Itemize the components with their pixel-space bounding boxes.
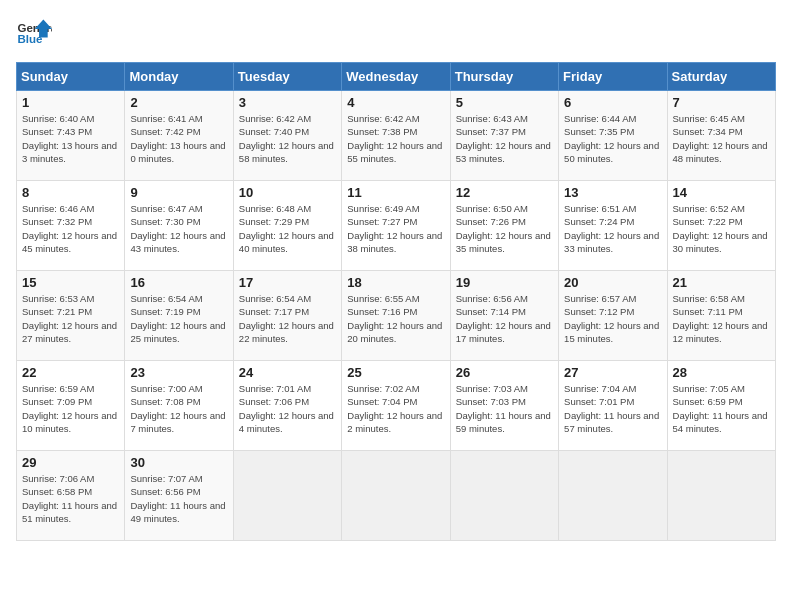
day-number: 3 (239, 95, 336, 110)
calendar-cell: 13 Sunrise: 6:51 AM Sunset: 7:24 PM Dayl… (559, 181, 667, 271)
day-info: Sunrise: 7:04 AM Sunset: 7:01 PM Dayligh… (564, 382, 661, 435)
calendar-cell (342, 451, 450, 541)
day-info: Sunrise: 6:42 AM Sunset: 7:40 PM Dayligh… (239, 112, 336, 165)
calendar-week-3: 15 Sunrise: 6:53 AM Sunset: 7:21 PM Dayl… (17, 271, 776, 361)
calendar-cell: 7 Sunrise: 6:45 AM Sunset: 7:34 PM Dayli… (667, 91, 775, 181)
day-number: 28 (673, 365, 770, 380)
day-info: Sunrise: 6:55 AM Sunset: 7:16 PM Dayligh… (347, 292, 444, 345)
col-header-wednesday: Wednesday (342, 63, 450, 91)
day-number: 5 (456, 95, 553, 110)
day-number: 14 (673, 185, 770, 200)
page-header: General Blue (16, 16, 776, 52)
calendar-cell (450, 451, 558, 541)
calendar-cell: 25 Sunrise: 7:02 AM Sunset: 7:04 PM Dayl… (342, 361, 450, 451)
calendar-cell: 16 Sunrise: 6:54 AM Sunset: 7:19 PM Dayl… (125, 271, 233, 361)
calendar-cell: 23 Sunrise: 7:00 AM Sunset: 7:08 PM Dayl… (125, 361, 233, 451)
calendar-cell: 27 Sunrise: 7:04 AM Sunset: 7:01 PM Dayl… (559, 361, 667, 451)
day-number: 13 (564, 185, 661, 200)
day-number: 11 (347, 185, 444, 200)
calendar-week-4: 22 Sunrise: 6:59 AM Sunset: 7:09 PM Dayl… (17, 361, 776, 451)
day-number: 24 (239, 365, 336, 380)
day-info: Sunrise: 6:47 AM Sunset: 7:30 PM Dayligh… (130, 202, 227, 255)
logo-icon: General Blue (16, 16, 52, 52)
calendar-cell: 29 Sunrise: 7:06 AM Sunset: 6:58 PM Dayl… (17, 451, 125, 541)
calendar-week-5: 29 Sunrise: 7:06 AM Sunset: 6:58 PM Dayl… (17, 451, 776, 541)
calendar-cell: 21 Sunrise: 6:58 AM Sunset: 7:11 PM Dayl… (667, 271, 775, 361)
day-info: Sunrise: 6:58 AM Sunset: 7:11 PM Dayligh… (673, 292, 770, 345)
day-number: 20 (564, 275, 661, 290)
day-number: 30 (130, 455, 227, 470)
day-info: Sunrise: 7:02 AM Sunset: 7:04 PM Dayligh… (347, 382, 444, 435)
calendar-table: SundayMondayTuesdayWednesdayThursdayFrid… (16, 62, 776, 541)
calendar-cell (667, 451, 775, 541)
calendar-cell: 11 Sunrise: 6:49 AM Sunset: 7:27 PM Dayl… (342, 181, 450, 271)
day-info: Sunrise: 6:54 AM Sunset: 7:17 PM Dayligh… (239, 292, 336, 345)
calendar-cell: 20 Sunrise: 6:57 AM Sunset: 7:12 PM Dayl… (559, 271, 667, 361)
calendar-cell (559, 451, 667, 541)
calendar-cell: 19 Sunrise: 6:56 AM Sunset: 7:14 PM Dayl… (450, 271, 558, 361)
day-number: 21 (673, 275, 770, 290)
calendar-cell (233, 451, 341, 541)
calendar-cell: 12 Sunrise: 6:50 AM Sunset: 7:26 PM Dayl… (450, 181, 558, 271)
day-number: 4 (347, 95, 444, 110)
calendar-cell: 18 Sunrise: 6:55 AM Sunset: 7:16 PM Dayl… (342, 271, 450, 361)
calendar-cell: 3 Sunrise: 6:42 AM Sunset: 7:40 PM Dayli… (233, 91, 341, 181)
day-number: 25 (347, 365, 444, 380)
calendar-cell: 8 Sunrise: 6:46 AM Sunset: 7:32 PM Dayli… (17, 181, 125, 271)
day-number: 9 (130, 185, 227, 200)
col-header-saturday: Saturday (667, 63, 775, 91)
day-info: Sunrise: 6:41 AM Sunset: 7:42 PM Dayligh… (130, 112, 227, 165)
col-header-sunday: Sunday (17, 63, 125, 91)
day-number: 6 (564, 95, 661, 110)
day-number: 18 (347, 275, 444, 290)
day-info: Sunrise: 7:03 AM Sunset: 7:03 PM Dayligh… (456, 382, 553, 435)
calendar-week-2: 8 Sunrise: 6:46 AM Sunset: 7:32 PM Dayli… (17, 181, 776, 271)
day-info: Sunrise: 6:40 AM Sunset: 7:43 PM Dayligh… (22, 112, 119, 165)
day-info: Sunrise: 6:51 AM Sunset: 7:24 PM Dayligh… (564, 202, 661, 255)
calendar-cell: 15 Sunrise: 6:53 AM Sunset: 7:21 PM Dayl… (17, 271, 125, 361)
day-info: Sunrise: 7:01 AM Sunset: 7:06 PM Dayligh… (239, 382, 336, 435)
day-number: 8 (22, 185, 119, 200)
day-info: Sunrise: 7:00 AM Sunset: 7:08 PM Dayligh… (130, 382, 227, 435)
col-header-monday: Monday (125, 63, 233, 91)
day-number: 19 (456, 275, 553, 290)
day-number: 10 (239, 185, 336, 200)
col-header-tuesday: Tuesday (233, 63, 341, 91)
calendar-cell: 4 Sunrise: 6:42 AM Sunset: 7:38 PM Dayli… (342, 91, 450, 181)
calendar-cell: 10 Sunrise: 6:48 AM Sunset: 7:29 PM Dayl… (233, 181, 341, 271)
calendar-cell: 30 Sunrise: 7:07 AM Sunset: 6:56 PM Dayl… (125, 451, 233, 541)
day-info: Sunrise: 6:50 AM Sunset: 7:26 PM Dayligh… (456, 202, 553, 255)
day-info: Sunrise: 6:43 AM Sunset: 7:37 PM Dayligh… (456, 112, 553, 165)
calendar-cell: 26 Sunrise: 7:03 AM Sunset: 7:03 PM Dayl… (450, 361, 558, 451)
day-number: 2 (130, 95, 227, 110)
day-number: 27 (564, 365, 661, 380)
day-info: Sunrise: 6:44 AM Sunset: 7:35 PM Dayligh… (564, 112, 661, 165)
day-info: Sunrise: 7:07 AM Sunset: 6:56 PM Dayligh… (130, 472, 227, 525)
day-number: 17 (239, 275, 336, 290)
calendar-cell: 17 Sunrise: 6:54 AM Sunset: 7:17 PM Dayl… (233, 271, 341, 361)
calendar-cell: 5 Sunrise: 6:43 AM Sunset: 7:37 PM Dayli… (450, 91, 558, 181)
day-info: Sunrise: 7:05 AM Sunset: 6:59 PM Dayligh… (673, 382, 770, 435)
day-number: 7 (673, 95, 770, 110)
day-info: Sunrise: 6:56 AM Sunset: 7:14 PM Dayligh… (456, 292, 553, 345)
day-number: 26 (456, 365, 553, 380)
day-number: 1 (22, 95, 119, 110)
col-header-thursday: Thursday (450, 63, 558, 91)
day-number: 15 (22, 275, 119, 290)
calendar-cell: 2 Sunrise: 6:41 AM Sunset: 7:42 PM Dayli… (125, 91, 233, 181)
day-info: Sunrise: 6:59 AM Sunset: 7:09 PM Dayligh… (22, 382, 119, 435)
calendar-cell: 6 Sunrise: 6:44 AM Sunset: 7:35 PM Dayli… (559, 91, 667, 181)
day-info: Sunrise: 6:54 AM Sunset: 7:19 PM Dayligh… (130, 292, 227, 345)
day-info: Sunrise: 6:49 AM Sunset: 7:27 PM Dayligh… (347, 202, 444, 255)
day-info: Sunrise: 6:57 AM Sunset: 7:12 PM Dayligh… (564, 292, 661, 345)
day-number: 29 (22, 455, 119, 470)
calendar-cell: 1 Sunrise: 6:40 AM Sunset: 7:43 PM Dayli… (17, 91, 125, 181)
day-info: Sunrise: 7:06 AM Sunset: 6:58 PM Dayligh… (22, 472, 119, 525)
day-info: Sunrise: 6:53 AM Sunset: 7:21 PM Dayligh… (22, 292, 119, 345)
calendar-cell: 14 Sunrise: 6:52 AM Sunset: 7:22 PM Dayl… (667, 181, 775, 271)
day-number: 12 (456, 185, 553, 200)
calendar-cell: 28 Sunrise: 7:05 AM Sunset: 6:59 PM Dayl… (667, 361, 775, 451)
calendar-cell: 9 Sunrise: 6:47 AM Sunset: 7:30 PM Dayli… (125, 181, 233, 271)
day-info: Sunrise: 6:45 AM Sunset: 7:34 PM Dayligh… (673, 112, 770, 165)
col-header-friday: Friday (559, 63, 667, 91)
